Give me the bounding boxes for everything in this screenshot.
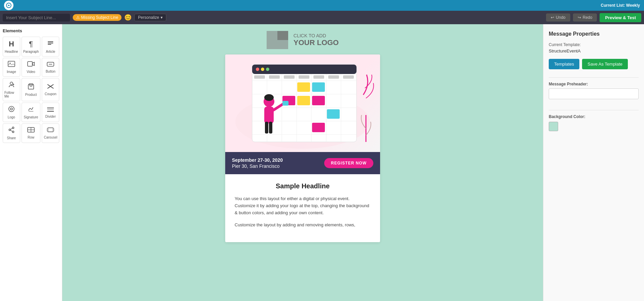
element-coupon[interactable]: Coupon — [42, 78, 59, 101]
templates-button[interactable]: Templates — [549, 59, 579, 69]
save-as-template-button[interactable]: Save As Template — [582, 59, 628, 69]
template-name-value: StructureEventA — [549, 48, 639, 53]
svg-rect-68 — [269, 122, 272, 134]
email-content-section: Sample Headline You can use this layout … — [225, 174, 380, 242]
element-paragraph[interactable]: ¶ Paragraph — [22, 37, 41, 57]
email-template-card: September 27-30, 2020 Pier 30, San Franc… — [225, 54, 380, 242]
emoji-picker-button[interactable]: 😊 — [124, 14, 132, 21]
svg-rect-56 — [297, 82, 310, 92]
element-follow-me[interactable]: Follow Me — [3, 78, 20, 101]
element-video[interactable]: Video — [22, 58, 41, 77]
element-product[interactable]: Product — [22, 78, 41, 101]
element-share[interactable]: Share — [3, 123, 20, 143]
event-date: September 27-30, 2020 — [232, 157, 283, 163]
panel-divider-1 — [549, 77, 639, 78]
element-carousel[interactable]: Carousel — [42, 123, 59, 143]
element-logo[interactable]: Logo — [3, 103, 20, 122]
svg-line-22 — [10, 128, 12, 129]
app-logo — [4, 1, 13, 10]
svg-rect-55 — [343, 75, 354, 79]
email-body-text-2: Customize the layout by adding and remov… — [235, 222, 371, 229]
calendar-illustration — [225, 54, 380, 152]
svg-rect-3 — [48, 44, 51, 45]
svg-rect-66 — [264, 107, 274, 123]
topbar: Current List: Weekly — [0, 0, 644, 11]
video-icon — [27, 61, 35, 69]
undo-button[interactable]: ↩ Undo — [546, 13, 570, 22]
warning-icon: ⚠ — [76, 15, 80, 20]
svg-point-21 — [9, 129, 10, 131]
logo-icon — [8, 106, 15, 114]
button-icon — [47, 61, 54, 68]
redo-icon: ↪ — [578, 15, 581, 20]
svg-point-13 — [9, 106, 14, 112]
logo-click-text: CLICK TO ADD — [294, 33, 339, 38]
element-signature[interactable]: Signature — [22, 103, 41, 122]
svg-rect-29 — [53, 128, 54, 131]
element-image[interactable]: Image — [3, 58, 20, 77]
chevron-down-icon: ▾ — [161, 15, 163, 20]
svg-rect-69 — [282, 101, 289, 106]
svg-point-65 — [264, 94, 274, 101]
event-banner: September 27-30, 2020 Pier 30, San Franc… — [225, 152, 380, 174]
subject-input[interactable] — [3, 14, 70, 22]
preheader-input[interactable] — [549, 88, 639, 99]
personalize-button[interactable]: Personalize ▾ — [134, 14, 166, 21]
current-template-label: Current Template: — [549, 42, 639, 47]
svg-rect-62 — [312, 123, 325, 132]
preheader-label: Message Preheader: — [549, 82, 639, 86]
row-icon — [27, 127, 35, 134]
template-buttons-group: Templates Save As Template — [549, 59, 639, 69]
event-details: September 27-30, 2020 Pier 30, San Franc… — [232, 157, 283, 169]
svg-rect-61 — [327, 109, 340, 119]
carousel-icon — [47, 127, 54, 134]
main-layout: Elements H Headline ¶ Paragraph Article — [0, 24, 644, 301]
svg-rect-28 — [47, 128, 48, 131]
svg-rect-59 — [297, 96, 310, 105]
elements-sidebar: Elements H Headline ¶ Paragraph Article — [0, 24, 62, 301]
preview-test-button[interactable]: Preview & Test — [600, 13, 641, 22]
svg-point-19 — [12, 127, 14, 129]
svg-point-35 — [256, 68, 259, 71]
divider-icon — [47, 106, 54, 113]
svg-point-36 — [261, 68, 264, 71]
svg-rect-54 — [328, 75, 339, 79]
logo-your-logo-text: YOUR LOGO — [294, 38, 339, 47]
svg-rect-50 — [269, 75, 280, 79]
svg-rect-67 — [265, 122, 268, 134]
svg-rect-1 — [48, 41, 53, 42]
svg-rect-57 — [312, 82, 325, 92]
svg-rect-60 — [312, 96, 325, 105]
email-headline: Sample Headline — [235, 182, 371, 190]
element-row[interactable]: Row — [22, 123, 41, 143]
svg-point-9 — [10, 82, 13, 85]
product-icon — [28, 83, 34, 91]
follow-me-icon — [8, 81, 15, 89]
current-list-info: Current List: Weekly — [601, 3, 640, 8]
redo-button[interactable]: ↪ Redo — [573, 13, 597, 22]
missing-subject-badge[interactable]: ⚠ Missing Subject Line — [73, 14, 122, 21]
signature-icon — [28, 106, 34, 114]
coupon-icon — [47, 84, 54, 91]
svg-rect-6 — [28, 62, 32, 66]
svg-point-37 — [266, 68, 269, 71]
background-color-swatch[interactable] — [549, 122, 558, 131]
logo-add-area[interactable]: CLICK TO ADD YOUR LOGO — [267, 31, 339, 49]
calendar-svg — [225, 54, 380, 152]
svg-rect-51 — [284, 75, 295, 79]
svg-rect-2 — [48, 43, 53, 43]
headline-icon: H — [9, 40, 14, 48]
svg-rect-17 — [47, 109, 54, 110]
element-divider[interactable]: Divider — [42, 103, 59, 122]
element-headline[interactable]: H Headline — [3, 37, 20, 57]
element-button[interactable]: Button — [42, 58, 59, 77]
share-icon — [8, 126, 15, 135]
svg-rect-49 — [254, 75, 265, 79]
elements-title: Elements — [3, 28, 59, 33]
right-panel: Message Properties Current Template: Str… — [543, 24, 644, 301]
svg-line-23 — [10, 130, 12, 131]
elements-grid: H Headline ¶ Paragraph Article Image — [3, 37, 59, 143]
element-article[interactable]: Article — [42, 37, 59, 57]
toolbar: ⚠ Missing Subject Line 😊 Personalize ▾ ↩… — [0, 11, 644, 24]
register-now-button[interactable]: REGISTER NOW — [324, 158, 373, 168]
